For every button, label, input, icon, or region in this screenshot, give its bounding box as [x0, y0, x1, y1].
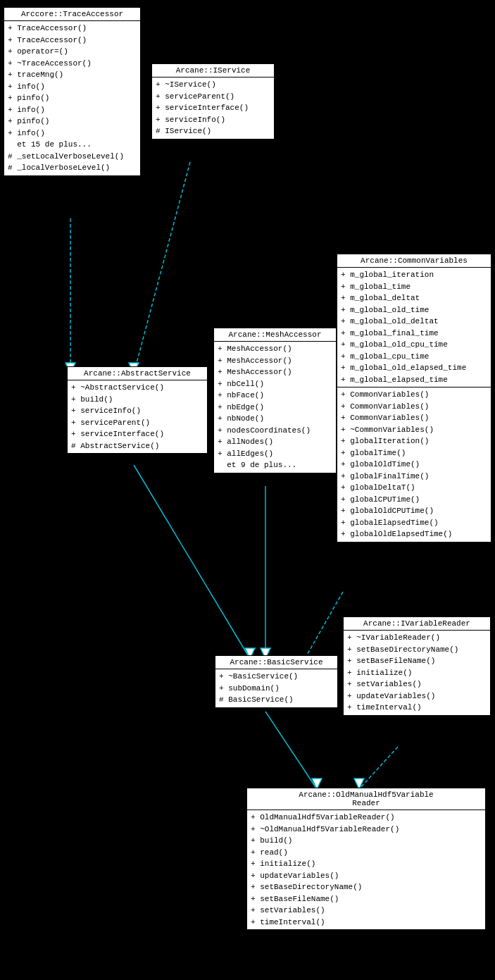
trace-accessor-box: Arccore::TraceAccessor + TraceAccessor()… [4, 7, 141, 176]
common-variables-fields: + m_global_iteration + m_global_time + m… [337, 268, 491, 387]
iservice-box: Arcane::IService + ~IService() + service… [151, 63, 275, 139]
basic-service-box: Arcane::BasicService + ~BasicService() +… [215, 655, 338, 708]
mesh-accessor-title: Arcane::MeshAccessor [214, 328, 336, 342]
ivariable-reader-title: Arcane::IVariableReader [344, 617, 490, 631]
iservice-title: Arcane::IService [152, 64, 274, 77]
ivariable-reader-box: Arcane::IVariableReader + ~IVariableRead… [343, 616, 491, 716]
basic-service-title: Arcane::BasicService [215, 656, 337, 669]
mesh-accessor-members: + MeshAccessor() + MeshAccessor() + Mesh… [214, 342, 336, 473]
svg-line-10 [359, 747, 398, 789]
common-variables-box: Arcane::CommonVariables + m_global_itera… [337, 254, 491, 542]
ivariable-reader-members: + ~IVariableReader() + setBaseDirectoryN… [344, 631, 490, 715]
common-variables-title: Arcane::CommonVariables [337, 254, 491, 268]
diagram-container: Arccore::TraceAccessor + TraceAccessor()… [0, 0, 495, 980]
iservice-members: + ~IService() + serviceParent() + servic… [152, 77, 274, 139]
svg-line-4 [134, 465, 250, 659]
trace-accessor-members: + TraceAccessor() + TraceAccessor() + op… [4, 21, 140, 175]
abstract-service-box: Arcane::AbstractService + ~AbstractServi… [67, 366, 208, 454]
old-manual-hdf5-title: Arcane::OldManualHdf5VariableReader [247, 788, 485, 810]
old-manual-hdf5-box: Arcane::OldManualHdf5VariableReader + Ol… [246, 788, 486, 930]
mesh-accessor-box: Arcane::MeshAccessor + MeshAccessor() + … [213, 328, 337, 473]
common-variables-methods: + CommonVariables() + CommonVariables() … [337, 387, 491, 542]
svg-line-12 [303, 592, 343, 662]
abstract-service-title: Arcane::AbstractService [68, 367, 207, 380]
basic-service-members: + ~BasicService() + subDomain() # BasicS… [215, 669, 337, 707]
trace-accessor-title: Arccore::TraceAccessor [4, 8, 140, 21]
svg-line-2 [134, 162, 190, 373]
old-manual-hdf5-members: + OldManualHdf5VariableReader() + ~OldMa… [247, 810, 485, 929]
abstract-service-members: + ~AbstractService() + build() + service… [68, 380, 207, 453]
svg-line-8 [265, 712, 317, 789]
